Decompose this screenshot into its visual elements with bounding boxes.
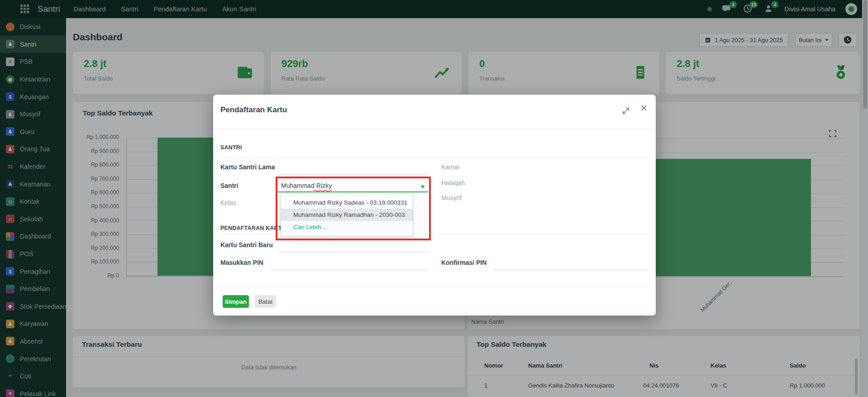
dropdown-option[interactable]: Muhammad Rizky Ramadhan - 2030-003 <box>281 209 413 221</box>
save-button[interactable]: Simpan <box>223 295 249 308</box>
kartu-santri-baru-input[interactable] <box>278 252 428 252</box>
section-header-pendaftaran-kartu: PENDAFTARAN KARTU <box>220 225 286 231</box>
masukkan-pin-input[interactable] <box>270 270 428 270</box>
field-label-konfirmasi-pin: Konfirmasi PIN <box>441 259 486 266</box>
expand-icon[interactable] <box>621 106 630 115</box>
kartu-santri-lama-input[interactable] <box>278 174 428 175</box>
field-label-santri: Santri <box>220 182 238 189</box>
dropdown-option[interactable]: Muhammad Rizky Sadeas - 03.19.000331 <box>281 196 413 209</box>
divider <box>220 158 649 158</box>
santri-combobox-underline <box>278 191 428 192</box>
pendaftaran-kartu-modal: Pendaftaran Kartu × SANTRI Kartu Santri … <box>213 95 656 316</box>
modal-title: Pendaftaran Kartu <box>220 105 287 115</box>
field-label-kelas: Kelas <box>220 199 236 206</box>
section-header-santri: SANTRI <box>220 144 242 151</box>
konfirmasi-pin-input[interactable] <box>492 270 649 270</box>
santri-combobox-value[interactable]: Muhammad Rizky <box>281 182 332 189</box>
field-label-kamar: Kamar <box>441 163 460 171</box>
field-label-halaqah: Halaqah <box>441 179 465 187</box>
divider <box>213 287 656 287</box>
cancel-button[interactable]: Batal <box>255 295 276 308</box>
field-label-masukkan-pin: Masukkan PIN <box>220 259 263 266</box>
combobox-caret-icon[interactable] <box>420 186 425 188</box>
divider <box>213 129 656 129</box>
field-label-musyrif: Musyrif <box>441 194 462 201</box>
app-screen: Santri DashboardSantriPendaftaran KartuA… <box>0 0 868 397</box>
field-label-kartu-santri-baru: Kartu Santri Baru <box>220 241 273 249</box>
santri-dropdown: Muhammad Rizky Sadeas - 03.19.000331Muha… <box>281 193 413 236</box>
field-label-kartu-santri-lama: Kartu Santri Lama <box>220 163 275 171</box>
close-icon[interactable]: × <box>640 102 647 114</box>
dropdown-option[interactable]: Cari Lebih... <box>281 221 413 233</box>
